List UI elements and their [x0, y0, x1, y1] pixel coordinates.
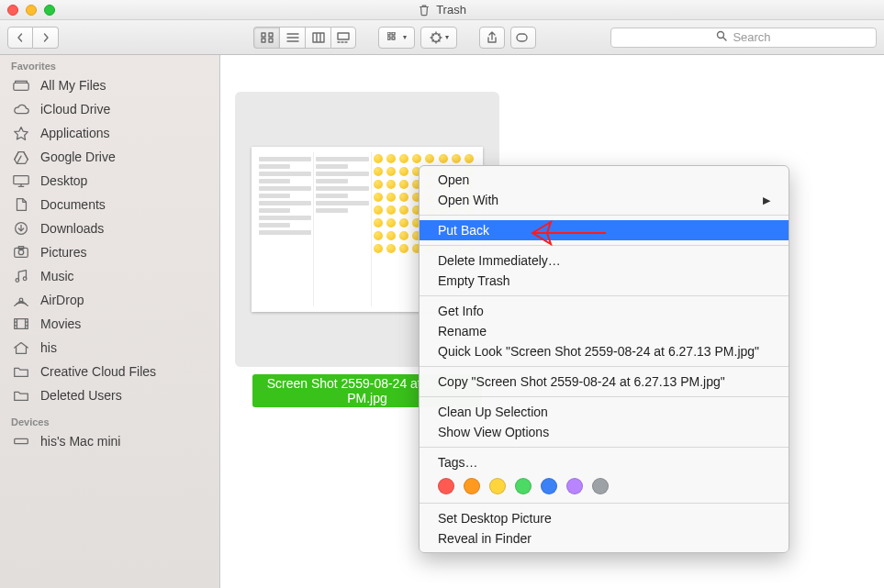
context-menu-item-open-with[interactable]: Open With▶ [420, 190, 789, 210]
sidebar-item-label: his's Mac mini [40, 434, 120, 449]
context-menu-item-tags[interactable]: Tags… [420, 452, 789, 472]
svg-rect-13 [14, 176, 28, 184]
sidebar-item-label: Music [40, 269, 74, 283]
tags-button[interactable] [510, 27, 536, 49]
sidebar-section-devices: Devices [0, 413, 219, 429]
context-menu-separator [420, 447, 789, 448]
context-menu-item-open[interactable]: Open [420, 170, 789, 190]
context-menu-item-set-desktop-picture[interactable]: Set Desktop Picture [420, 508, 789, 528]
submenu-arrow-icon: ▶ [763, 194, 770, 206]
downloads-icon [11, 220, 31, 237]
svg-point-18 [16, 279, 19, 283]
context-menu-item-label: Reveal in Finder [438, 531, 532, 546]
sidebar-item-creative-cloud-files[interactable]: Creative Cloud Files [0, 360, 219, 383]
search-placeholder: Search [733, 30, 770, 44]
movies-icon [11, 316, 31, 332]
context-menu-item-label: Copy "Screen Shot 2559-08-24 at 6.27.13 … [438, 374, 725, 389]
context-menu-item-rename[interactable]: Rename [420, 321, 789, 341]
context-menu: OpenOpen With▶Put BackDelete Immediately… [419, 165, 789, 553]
icloud-drive-icon [11, 101, 31, 117]
sidebar-item-label: Movies [40, 316, 81, 331]
sidebar-item-documents[interactable]: Documents [0, 193, 219, 216]
home-icon [11, 339, 31, 356]
music-icon [11, 268, 31, 284]
sidebar-item-label: his [40, 340, 57, 355]
context-menu-item-quick-look-screen-shot-2559-08-24-at-6-27-13-pm-jpg[interactable]: Quick Look "Screen Shot 2559-08-24 at 6.… [420, 341, 789, 361]
context-menu-item-label: Tags… [438, 455, 478, 470]
tag-color-dot[interactable] [566, 478, 583, 494]
sidebar-item-airdrop[interactable]: AirDrop [0, 288, 219, 312]
list-view-button[interactable] [279, 27, 305, 49]
context-menu-separator [420, 366, 789, 367]
sidebar-item-music[interactable]: Music [0, 264, 219, 288]
action-menu-button[interactable]: ▾ [420, 27, 457, 49]
pictures-icon [11, 244, 31, 261]
context-menu-item-reveal-in-finder[interactable]: Reveal in Finder [420, 528, 789, 549]
sidebar-item-label: Pictures [40, 245, 87, 260]
context-menu-item-label: Quick Look "Screen Shot 2559-08-24 at 6.… [438, 344, 759, 359]
column-view-button[interactable] [305, 27, 330, 49]
desktop-icon [11, 172, 31, 189]
context-menu-item-put-back[interactable]: Put Back [420, 220, 789, 240]
minimize-window-button[interactable] [26, 5, 37, 16]
sidebar-item-deleted-users[interactable]: Deleted Users [0, 383, 219, 407]
context-menu-item-copy-screen-shot-2559-08-24-at-6-27-13-pm-jpg[interactable]: Copy "Screen Shot 2559-08-24 at 6.27.13 … [420, 372, 789, 392]
context-menu-item-label: Empty Trash [438, 273, 510, 288]
google-drive-icon [11, 149, 31, 165]
tag-color-dot[interactable] [592, 478, 609, 494]
tag-color-dot[interactable] [489, 478, 506, 494]
back-button[interactable] [7, 27, 33, 49]
context-menu-tags-row [420, 472, 789, 498]
search-input[interactable]: Search [610, 28, 877, 48]
window-titlebar: Trash [0, 0, 884, 20]
context-menu-separator [420, 245, 789, 246]
tag-color-dot[interactable] [438, 478, 454, 494]
sidebar-item-downloads[interactable]: Downloads [0, 216, 219, 240]
sidebar-item-pictures[interactable]: Pictures [0, 240, 219, 264]
svg-rect-8 [392, 37, 395, 39]
sidebar-item-label: Applications [40, 126, 110, 140]
sidebar-item-desktop[interactable]: Desktop [0, 169, 219, 193]
sidebar-item-label: Downloads [40, 221, 104, 236]
sidebar-item-label: Documents [40, 197, 106, 212]
svg-rect-5 [387, 32, 390, 35]
sidebar-item-label: All My Files [40, 78, 106, 93]
arrange-menu-button[interactable]: ▾ [378, 27, 415, 49]
sidebar-item-movies[interactable]: Movies [0, 312, 219, 336]
tag-color-dot[interactable] [541, 478, 557, 494]
sidebar-item-google-drive[interactable]: Google Drive [0, 145, 219, 169]
context-menu-item-delete-immediately[interactable]: Delete Immediately… [420, 250, 789, 271]
context-menu-item-label: Show View Options [438, 425, 549, 439]
svg-rect-0 [262, 33, 265, 37]
maximize-window-button[interactable] [44, 5, 55, 16]
gallery-view-button[interactable] [330, 27, 356, 49]
context-menu-item-label: Rename [438, 324, 487, 338]
tag-color-dot[interactable] [464, 478, 480, 494]
view-mode-switcher [253, 27, 356, 49]
context-menu-item-label: Get Info [438, 304, 484, 318]
applications-icon [11, 125, 31, 141]
context-menu-item-clean-up-selection[interactable]: Clean Up Selection [420, 402, 789, 422]
context-menu-item-label: Put Back [438, 223, 489, 238]
sidebar-item-all-my-files[interactable]: All My Files [0, 73, 219, 97]
close-window-button[interactable] [7, 5, 18, 16]
sidebar-item-his[interactable]: his [0, 336, 219, 360]
folder-icon [11, 363, 31, 380]
forward-button[interactable] [33, 27, 59, 49]
all-my-files-icon [11, 77, 31, 94]
svg-point-19 [23, 277, 27, 281]
context-menu-item-empty-trash[interactable]: Empty Trash [420, 271, 789, 291]
context-menu-item-show-view-options[interactable]: Show View Options [420, 422, 789, 442]
sidebar-item-his-s-mac-mini[interactable]: his's Mac mini [0, 429, 219, 453]
share-button[interactable] [479, 27, 505, 49]
icon-view-button[interactable] [253, 27, 279, 49]
window-title-text: Trash [436, 3, 466, 17]
svg-rect-6 [392, 32, 395, 35]
tag-color-dot[interactable] [515, 478, 532, 494]
context-menu-item-get-info[interactable]: Get Info [420, 301, 789, 321]
airdrop-icon [11, 292, 31, 308]
context-menu-item-label: Open With [438, 193, 498, 207]
sidebar-item-applications[interactable]: Applications [0, 121, 219, 145]
svg-rect-1 [269, 33, 273, 37]
sidebar-item-icloud-drive[interactable]: iCloud Drive [0, 97, 219, 121]
